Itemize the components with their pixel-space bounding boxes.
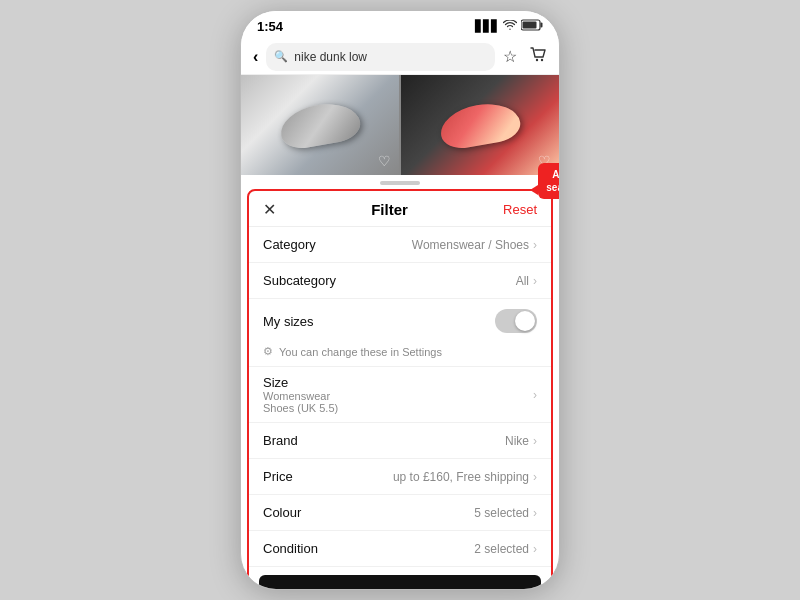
search-icon: 🔍 xyxy=(274,50,288,63)
product-image-right: ♡ xyxy=(401,75,559,175)
settings-hint-text: You can change these in Settings xyxy=(279,346,442,358)
reset-button[interactable]: Reset xyxy=(503,202,537,217)
settings-hint-row: ⚙ You can change these in Settings xyxy=(249,343,551,367)
drag-handle xyxy=(380,181,420,185)
condition-label: Condition xyxy=(263,541,318,556)
settings-icon: ⚙ xyxy=(263,345,273,358)
brand-value: Nike › xyxy=(505,434,537,448)
product-image-left: ♡ xyxy=(241,75,399,175)
view-items-button[interactable]: View 103 items xyxy=(259,575,541,590)
back-button[interactable]: ‹ xyxy=(253,48,258,66)
close-button[interactable]: ✕ xyxy=(263,202,276,218)
toggle-knob xyxy=(515,311,535,331)
svg-rect-1 xyxy=(541,23,543,28)
colour-row[interactable]: Colour 5 selected › xyxy=(249,495,551,531)
size-main-label: Size xyxy=(263,375,338,390)
annotation-line2: search filter xyxy=(546,182,560,193)
brand-value-text: Nike xyxy=(505,434,529,448)
price-chevron: › xyxy=(533,470,537,484)
filter-modal: A buyer's search filter ✕ Filter Reset C… xyxy=(247,189,553,590)
price-label: Price xyxy=(263,469,293,484)
condition-value-text: 2 selected xyxy=(474,542,529,556)
category-label: Category xyxy=(263,237,316,252)
signal-icon: ▋▋▋ xyxy=(475,20,499,33)
size-label-group: Size Womenswear Shoes (UK 5.5) xyxy=(263,375,338,414)
size-sub-label2: Shoes (UK 5.5) xyxy=(263,402,338,414)
shoe-shape-left xyxy=(277,98,363,151)
size-chevron: › xyxy=(533,388,537,402)
condition-value: 2 selected › xyxy=(474,542,537,556)
filter-title: Filter xyxy=(276,201,503,218)
my-sizes-toggle[interactable] xyxy=(495,309,537,333)
search-bar: ‹ 🔍 nike dunk low ☆ xyxy=(241,39,559,75)
annotation-line1: A buyer's xyxy=(552,169,560,180)
price-row[interactable]: Price up to £160, Free shipping › xyxy=(249,459,551,495)
colour-value-text: 5 selected xyxy=(474,506,529,520)
search-query: nike dunk low xyxy=(294,50,367,64)
status-time: 1:54 xyxy=(257,19,283,34)
colour-label: Colour xyxy=(263,505,301,520)
colour-value: 5 selected › xyxy=(474,506,537,520)
battery-icon xyxy=(521,19,543,33)
cart-icon[interactable] xyxy=(529,46,547,68)
price-value-text: up to £160, Free shipping xyxy=(393,470,529,484)
price-value: up to £160, Free shipping › xyxy=(393,470,537,484)
shoe-shape-right xyxy=(437,98,523,151)
status-icons: ▋▋▋ xyxy=(475,19,543,33)
subcategory-label: Subcategory xyxy=(263,273,336,288)
filter-header: ✕ Filter Reset xyxy=(249,191,551,227)
my-sizes-label: My sizes xyxy=(263,314,314,329)
colour-chevron: › xyxy=(533,506,537,520)
svg-rect-2 xyxy=(523,22,537,29)
heart-icon-left[interactable]: ♡ xyxy=(378,153,391,169)
category-chevron: › xyxy=(533,238,537,252)
header-icons: ☆ xyxy=(503,46,547,68)
condition-row[interactable]: Condition 2 selected › xyxy=(249,531,551,567)
subcategory-value-text: All xyxy=(516,274,529,288)
category-row[interactable]: Category Womenswear / Shoes › xyxy=(249,227,551,263)
subcategory-value: All › xyxy=(516,274,537,288)
subcategory-row[interactable]: Subcategory All › xyxy=(249,263,551,299)
bookmark-icon[interactable]: ☆ xyxy=(503,47,517,66)
condition-chevron: › xyxy=(533,542,537,556)
size-row[interactable]: Size Womenswear Shoes (UK 5.5) › xyxy=(249,367,551,423)
status-bar: 1:54 ▋▋▋ xyxy=(241,11,559,39)
product-images: ♡ ♡ xyxy=(241,75,559,175)
brand-row[interactable]: Brand Nike › xyxy=(249,423,551,459)
svg-point-4 xyxy=(541,58,543,60)
annotation-bubble: A buyer's search filter xyxy=(538,163,560,199)
subcategory-chevron: › xyxy=(533,274,537,288)
wifi-icon xyxy=(503,20,517,32)
size-sub-label1: Womenswear xyxy=(263,390,338,402)
phone-frame: 1:54 ▋▋▋ ‹ 🔍 xyxy=(240,10,560,590)
search-input-box[interactable]: 🔍 nike dunk low xyxy=(266,43,495,71)
svg-point-3 xyxy=(536,58,538,60)
category-value: Womenswear / Shoes › xyxy=(412,238,537,252)
my-sizes-row: My sizes xyxy=(249,299,551,343)
brand-label: Brand xyxy=(263,433,298,448)
brand-chevron: › xyxy=(533,434,537,448)
category-value-text: Womenswear / Shoes xyxy=(412,238,529,252)
